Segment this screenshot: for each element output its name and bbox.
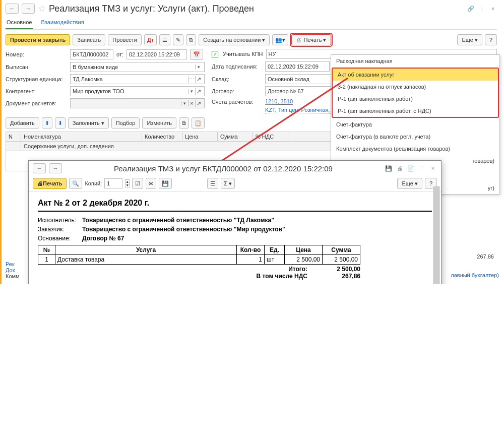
issued-field[interactable]: В бумажном виде▾: [70, 62, 205, 72]
paste-icon[interactable]: 📋: [192, 117, 205, 129]
chevron-down-icon[interactable]: ▾: [188, 89, 195, 94]
print-menu-item[interactable]: Расходная накладная: [331, 55, 499, 67]
base-label: Основание:: [38, 235, 78, 242]
akt-td: 2 500,00: [323, 255, 360, 265]
issued-label: Выписан:: [6, 64, 67, 70]
link-icon[interactable]: 🔗: [467, 5, 475, 13]
kpn-checkbox[interactable]: ✓: [212, 51, 218, 57]
kpn-label: Учитывать КПН: [223, 51, 263, 57]
copies-field[interactable]: 1: [104, 178, 122, 188]
sub-nav-back[interactable]: ←: [33, 163, 46, 173]
clear-icon[interactable]: ×: [188, 100, 195, 106]
tab-interactions[interactable]: Взаимодействия: [40, 17, 85, 29]
th-n: N: [6, 132, 21, 141]
docpay-label: Документ расчетов:: [6, 100, 67, 106]
print-menu-item[interactable]: 3-2 (накладная на отпуск запасов): [333, 81, 498, 93]
tool-icon-1[interactable]: ☰: [159, 34, 170, 45]
number-field[interactable]: БКТДЛ000002: [70, 49, 113, 59]
edit-button[interactable]: Изменить: [142, 117, 176, 129]
move-up-button[interactable]: ⬆: [42, 117, 52, 129]
date-picker-icon[interactable]: 📅: [190, 49, 203, 60]
open-icon[interactable]: ↗: [195, 100, 202, 107]
tool-icon-4[interactable]: 👥▾: [272, 34, 288, 45]
accountant-link[interactable]: лавный бухгалтер): [451, 272, 499, 278]
dtkt-button[interactable]: Дт: [144, 34, 157, 45]
chevron-down-icon[interactable]: ▾: [195, 65, 202, 70]
print-dropdown-button[interactable]: 🖨 Печать ▾: [291, 34, 331, 45]
th-nom: Номенклатура: [21, 132, 142, 141]
print-menu-item[interactable]: Счет-фактура (в валюте регл. учета): [331, 131, 499, 143]
counter-value: Мир продуктов ТОО: [73, 88, 124, 94]
sub-tool-3[interactable]: 💾: [159, 178, 172, 189]
print-menu-item[interactable]: Счет-фактура: [331, 118, 499, 131]
post-close-button[interactable]: Провести и закрыть: [6, 34, 70, 45]
date-field[interactable]: 02.12.2020 15:22:09: [127, 49, 187, 59]
akt-td: 1: [38, 255, 55, 265]
print-preview-area[interactable]: Акт № 2 от 2 декабря 2020 г. Исполнитель…: [29, 191, 441, 284]
select-icon[interactable]: ⋯: [188, 76, 195, 83]
fill-button[interactable]: Заполнить ▾: [68, 117, 109, 129]
akt-title: Акт № 2 от 2 декабря 2020 г.: [38, 199, 432, 212]
contract-label: Договор:: [212, 88, 262, 94]
open-icon[interactable]: ↗: [195, 88, 202, 95]
sub-nav-forward[interactable]: →: [49, 163, 62, 173]
docpay-field[interactable]: ▾×↗: [70, 98, 205, 108]
table-row: 1 Доставка товара 1 шт 2 500,00 2 500,00: [38, 255, 360, 265]
move-down-button[interactable]: ⬇: [55, 117, 66, 129]
save-button[interactable]: Записать: [73, 34, 105, 45]
select-button[interactable]: Подбор: [111, 117, 140, 129]
print-menu-item-highlight[interactable]: Акт об оказании услуг: [333, 69, 498, 81]
zoom-icon[interactable]: 🔍: [69, 178, 82, 189]
sub-more-icon[interactable]: ⋮: [418, 164, 426, 172]
print-menu-item[interactable]: Р-1 (акт выполненных работ, с НДС): [333, 105, 498, 117]
sigma-icon[interactable]: Σ ▾: [221, 178, 235, 189]
counter-label: Контрагент:: [6, 88, 67, 94]
sub-tool-2[interactable]: ✉: [146, 178, 156, 189]
close-icon[interactable]: ×: [489, 5, 497, 13]
th-sum: Сумма: [218, 132, 253, 141]
save-icon[interactable]: 💾: [385, 164, 393, 172]
unit-field[interactable]: ТД Лакомка⋯↗: [70, 74, 205, 84]
scrollbar-track[interactable]: [433, 186, 440, 284]
akt-td: Доставка товара: [55, 255, 237, 265]
print-icon[interactable]: 🖨: [396, 164, 404, 172]
nav-back[interactable]: ←: [6, 4, 19, 14]
counter-field[interactable]: Мир продуктов ТОО▾↗: [70, 86, 205, 96]
print-menu-item[interactable]: Комплект документов (реализация товаров): [331, 143, 499, 155]
doc-icon[interactable]: 📄: [407, 164, 415, 172]
total-value: 2 500,00: [323, 266, 360, 273]
more-button[interactable]: Еще ▾: [457, 34, 482, 45]
print-menu-item[interactable]: Р-1 (акт выполненных работ): [333, 93, 498, 105]
open-icon[interactable]: ↗: [195, 76, 202, 83]
spin-up[interactable]: ▲: [125, 180, 129, 183]
unit-value: ТД Лакомка: [73, 76, 103, 82]
copy-icon[interactable]: ⧉: [179, 117, 189, 129]
print-label: Печать ▾: [303, 37, 326, 43]
sub-tool-1[interactable]: ☑: [132, 178, 143, 189]
copies-label: Копий:: [85, 180, 102, 186]
more-icon[interactable]: ⋮: [478, 5, 486, 13]
warehouse-label: Склад:: [212, 76, 262, 82]
acc-link[interactable]: 1210, 3510: [265, 98, 293, 105]
favorite-star-icon[interactable]: ☆: [38, 3, 46, 14]
create-based-button[interactable]: Создать на основании ▾: [199, 34, 270, 45]
chevron-down-icon[interactable]: ▾: [181, 101, 188, 106]
akt-th: №: [38, 245, 55, 255]
tool-icon-2[interactable]: ✎: [173, 34, 183, 45]
add-row-button[interactable]: Добавить: [6, 117, 39, 129]
sub-more-button[interactable]: Еще ▾: [397, 178, 422, 189]
scrollbar-thumb[interactable]: [433, 186, 439, 284]
post-button[interactable]: Провести: [108, 34, 142, 45]
sum-text1: Всего оказано услуг 1, на сумму 2 500,00…: [38, 284, 432, 284]
sign-field[interactable]: 02.12.2020 15:22:09: [265, 61, 330, 72]
nav-forward[interactable]: →: [22, 4, 35, 14]
sub-print-button[interactable]: 🖨 Печать: [33, 178, 67, 189]
tool-icon-3[interactable]: ⧉: [186, 34, 196, 45]
help-button[interactable]: ?: [485, 34, 497, 45]
akt-th: Услуга: [55, 245, 237, 255]
exec-label: Исполнитель:: [38, 217, 78, 224]
spin-down[interactable]: ▼: [125, 183, 129, 187]
tab-main[interactable]: Основное: [6, 17, 33, 29]
sub-close-icon[interactable]: ×: [429, 164, 437, 172]
sub-tool-4[interactable]: ☰: [207, 178, 218, 189]
